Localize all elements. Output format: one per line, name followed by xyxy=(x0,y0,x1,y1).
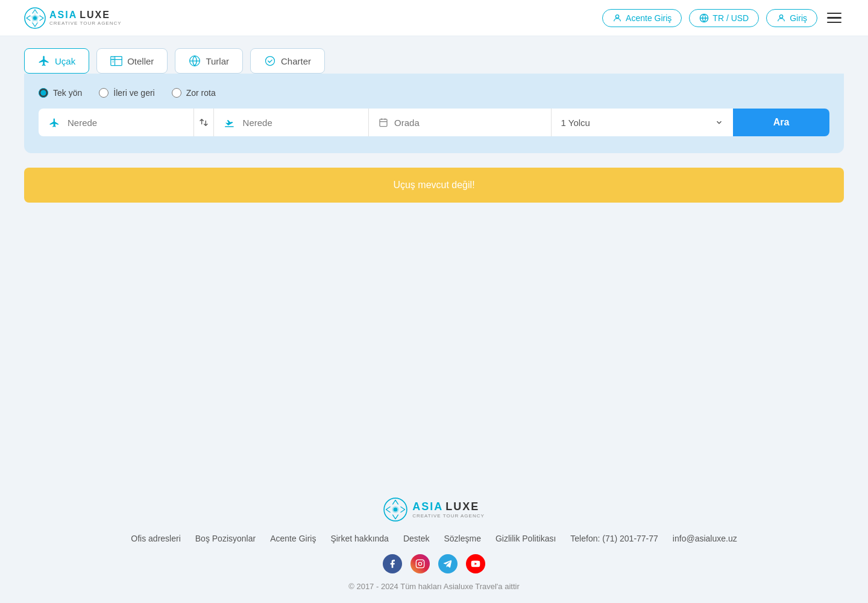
tab-charter-label: Charter xyxy=(281,56,311,66)
radio-ileri-geri-input[interactable] xyxy=(99,88,108,98)
logo-luxe: LUXE xyxy=(80,10,110,21)
swap-icon xyxy=(199,118,209,127)
logo-text-container: ASIA LUXE CREATIVE TOUR AGENCY xyxy=(49,10,122,26)
radio-ileri-geri[interactable]: İleri ve geri xyxy=(99,88,154,98)
footer-link-bos[interactable]: Boş Pozisyonlar xyxy=(195,534,256,543)
radio-zor-rota[interactable]: Zor rota xyxy=(172,88,216,98)
date-input[interactable] xyxy=(394,118,541,128)
social-telegram-button[interactable] xyxy=(438,554,458,573)
svg-point-18 xyxy=(422,561,423,562)
svg-point-8 xyxy=(266,57,275,66)
copyright-text: © 2017 - 2024 Tüm hakları Asialuxe Trave… xyxy=(348,582,520,591)
footer-link-email[interactable]: info@asialuxe.uz xyxy=(673,534,737,543)
hotel-icon xyxy=(110,55,122,67)
svg-rect-16 xyxy=(416,560,424,567)
hamburger-line-1 xyxy=(827,13,841,14)
globe-tab-icon xyxy=(189,55,201,67)
login-label: Giriş xyxy=(790,13,807,23)
radio-tek-yon-label: Tek yön xyxy=(53,88,82,98)
logo-icon xyxy=(24,7,46,29)
main-content xyxy=(0,217,868,473)
instagram-icon xyxy=(415,559,425,569)
login-button[interactable]: Giriş xyxy=(766,9,817,27)
logo-asia: ASIA xyxy=(49,10,77,21)
radio-tek-yon-input[interactable] xyxy=(39,88,48,98)
header-actions: Acente Giriş TR / USD Giriş xyxy=(602,9,844,27)
radio-zor-rota-input[interactable] xyxy=(172,88,181,98)
svg-point-5 xyxy=(780,14,783,17)
footer-link-sozlesme[interactable]: Sözleşme xyxy=(444,534,480,543)
from-input[interactable] xyxy=(68,118,184,128)
footer-copyright: © 2017 - 2024 Tüm hakları Asialuxe Trave… xyxy=(24,582,844,591)
arrival-plane-icon xyxy=(224,118,237,127)
passengers-field[interactable]: 1 Yolcu xyxy=(551,109,733,136)
radio-ileri-geri-label: İleri ve geri xyxy=(113,88,154,98)
footer: ASIA LUXE CREATIVE TOUR AGENCY Ofis adre… xyxy=(0,473,868,603)
footer-link-telefon[interactable]: Telefon: (71) 201-77-77 xyxy=(570,534,658,543)
date-field[interactable] xyxy=(368,109,550,136)
passengers-label: 1 Yolcu xyxy=(561,118,590,128)
swap-divider xyxy=(193,109,214,136)
trip-type-radio-group: Tek yön İleri ve geri Zor rota xyxy=(39,88,829,98)
svg-point-17 xyxy=(418,562,421,565)
footer-logo-subtitle: CREATIVE TOUR AGENCY xyxy=(412,513,485,519)
tab-turlar-label: Turlar xyxy=(206,56,229,66)
footer-link-sirket[interactable]: Şirket hakkında xyxy=(330,534,389,543)
tab-ucak[interactable]: Uçak xyxy=(24,48,89,74)
tab-turlar[interactable]: Turlar xyxy=(175,48,243,74)
hamburger-line-3 xyxy=(827,22,841,24)
social-instagram-button[interactable] xyxy=(410,554,430,573)
tab-oteller-label: Oteller xyxy=(127,56,154,66)
search-panel: Tek yön İleri ve geri Zor rota xyxy=(24,74,844,153)
no-flight-banner: Uçuş mevcut değil! xyxy=(24,168,844,203)
agent-login-label: Acente Giriş xyxy=(626,13,671,23)
tab-oteller[interactable]: Oteller xyxy=(96,48,168,74)
footer-logo-icon xyxy=(383,497,407,522)
svg-rect-6 xyxy=(111,57,122,66)
footer-logo-asia: ASIA xyxy=(412,500,443,513)
footer-logo-luxe: LUXE xyxy=(445,500,479,513)
footer-link-ofis[interactable]: Ofis adresleri xyxy=(131,534,180,543)
svg-rect-9 xyxy=(380,119,387,127)
from-field[interactable] xyxy=(39,109,193,136)
hamburger-line-2 xyxy=(827,17,841,19)
to-input[interactable] xyxy=(243,118,359,128)
radio-tek-yon[interactable]: Tek yön xyxy=(39,88,82,98)
footer-links: Ofis adresleri Boş Pozisyonlar Acente Gi… xyxy=(24,534,844,543)
user-icon xyxy=(612,13,622,23)
tab-ucak-label: Uçak xyxy=(55,56,75,66)
footer-link-destek[interactable]: Destek xyxy=(403,534,430,543)
footer-social xyxy=(24,554,844,573)
logo: ASIA LUXE CREATIVE TOUR AGENCY xyxy=(24,7,122,29)
charter-icon xyxy=(264,55,276,67)
search-row: 1 Yolcu Ara xyxy=(39,109,829,136)
departure-plane-icon xyxy=(48,118,61,127)
svg-point-3 xyxy=(615,14,618,17)
social-youtube-button[interactable] xyxy=(466,554,485,573)
language-button[interactable]: TR / USD xyxy=(689,9,759,27)
search-button[interactable]: Ara xyxy=(733,109,829,136)
login-icon xyxy=(776,13,786,23)
chevron-down-icon xyxy=(715,118,723,127)
menu-button[interactable] xyxy=(825,10,844,26)
footer-logo: ASIA LUXE CREATIVE TOUR AGENCY xyxy=(24,497,844,522)
calendar-icon xyxy=(379,118,388,127)
tab-charter[interactable]: Charter xyxy=(250,48,325,74)
navigation-tabs: Uçak Oteller Turlar Charter xyxy=(0,36,868,74)
swap-button[interactable] xyxy=(195,114,212,131)
svg-point-15 xyxy=(394,508,398,512)
plane-icon xyxy=(38,55,50,67)
to-field[interactable] xyxy=(214,109,369,136)
no-flight-message: Uçuş mevcut değil! xyxy=(393,180,474,190)
globe-icon xyxy=(699,13,709,23)
agent-login-button[interactable]: Acente Giriş xyxy=(602,9,682,27)
social-facebook-button[interactable] xyxy=(383,554,402,573)
radio-zor-rota-label: Zor rota xyxy=(186,88,216,98)
footer-link-gizlilik[interactable]: Gizlilik Politikası xyxy=(495,534,556,543)
footer-logo-text: ASIA LUXE CREATIVE TOUR AGENCY xyxy=(412,500,485,519)
telegram-icon xyxy=(443,559,453,569)
svg-point-2 xyxy=(33,16,37,20)
header: ASIA LUXE CREATIVE TOUR AGENCY Acente Gi… xyxy=(0,0,868,36)
footer-link-acente[interactable]: Acente Giriş xyxy=(270,534,316,543)
language-label: TR / USD xyxy=(712,13,749,23)
